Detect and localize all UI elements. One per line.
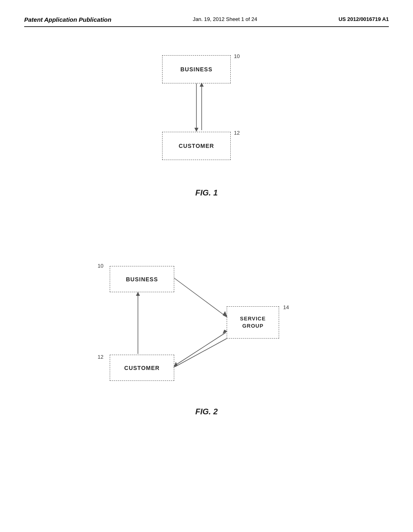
fig1-customer-label: CUSTOMER	[179, 143, 214, 149]
fig2-customer-label: CUSTOMER	[124, 365, 160, 371]
publication-label: Patent Application Publication	[24, 16, 111, 23]
sheet-info: Jan. 19, 2012 Sheet 1 of 24	[193, 16, 257, 22]
svg-marker-5	[136, 292, 140, 296]
fig2-diagram: 10 BUSINESS SERVICEGROUP 14 12 CUSTOMER	[24, 254, 389, 399]
fig2-wrapper: 10 BUSINESS SERVICEGROUP 14 12 CUSTOMER	[86, 254, 327, 399]
fig2-business-label: BUSINESS	[126, 276, 158, 283]
fig2-customer-number: 12	[98, 354, 103, 360]
fig2-customer-box: CUSTOMER	[110, 355, 174, 381]
page: Patent Application Publication Jan. 19, …	[0, 0, 413, 532]
fig1-customer-number: 12	[234, 130, 240, 136]
fig1-business-box: BUSINESS	[162, 55, 231, 83]
fig2-servicegroup-label: SERVICEGROUP	[240, 315, 266, 330]
fig2-caption: FIG. 2	[195, 407, 218, 416]
page-header: Patent Application Publication Jan. 19, …	[24, 16, 389, 27]
fig1-caption: FIG. 1	[195, 188, 218, 197]
svg-line-10	[175, 339, 227, 367]
fig1-business-number: 10	[234, 53, 240, 59]
fig2-servicegroup-number: 14	[283, 304, 289, 310]
fig2-business-box: BUSINESS	[110, 266, 174, 292]
fig1-wrapper: BUSINESS 10 CUSTOMER 12	[138, 51, 275, 180]
fig1-business-label: BUSINESS	[180, 66, 213, 73]
fig1-customer-box: CUSTOMER	[162, 132, 231, 160]
svg-marker-1	[194, 128, 198, 132]
patent-number: US 2012/0016719 A1	[338, 16, 389, 22]
svg-line-8	[174, 332, 226, 366]
fig2-servicegroup-box: SERVICEGROUP	[227, 306, 279, 339]
figure-1-container: BUSINESS 10 CUSTOMER 12	[24, 51, 389, 197]
fig2-business-number: 10	[98, 263, 103, 269]
svg-line-6	[174, 278, 226, 316]
fig1-diagram: BUSINESS 10 CUSTOMER 12	[24, 51, 389, 180]
figure-2-container: 10 BUSINESS SERVICEGROUP 14 12 CUSTOMER	[24, 254, 389, 416]
